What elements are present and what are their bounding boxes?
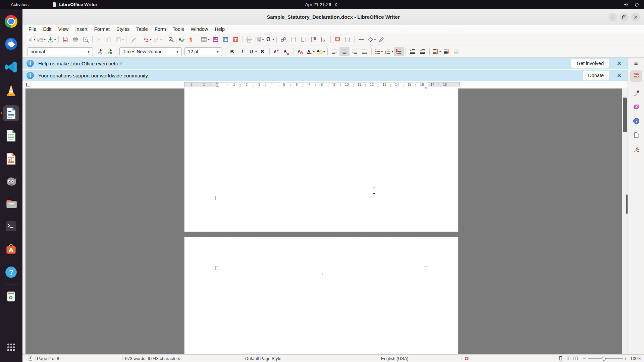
insert-comment-button[interactable] bbox=[332, 35, 342, 44]
underline-dropdown-arrow[interactable]: ▾ bbox=[255, 50, 257, 53]
dock-item-libreoffice-writer[interactable] bbox=[3, 105, 19, 121]
menu-file[interactable]: File bbox=[25, 26, 40, 33]
menu-styles[interactable]: Styles bbox=[113, 26, 133, 33]
insert-endnote-button[interactable]: i bbox=[299, 35, 309, 44]
menu-help[interactable]: Help bbox=[211, 26, 228, 33]
page-1[interactable] bbox=[184, 88, 459, 232]
subscript-button[interactable]: AB bbox=[281, 47, 291, 56]
sidebar-hide-handle[interactable] bbox=[626, 194, 628, 214]
bold-button[interactable]: B bbox=[227, 47, 237, 56]
italic-button[interactable]: I bbox=[237, 47, 247, 56]
menu-format[interactable]: Format bbox=[91, 26, 113, 33]
tab-stop-type-button[interactable] bbox=[26, 83, 30, 86]
dock-item-chrome[interactable] bbox=[3, 13, 19, 29]
insert-cross-reference-button[interactable] bbox=[319, 35, 329, 44]
save-status-icon[interactable] bbox=[28, 356, 33, 362]
paragraph-style-combo-dropdown-arrow[interactable]: ▾ bbox=[85, 50, 93, 54]
underline-button[interactable]: U▾ bbox=[247, 47, 258, 56]
decrease-indent-button[interactable] bbox=[418, 47, 428, 56]
indent-marker-left[interactable] bbox=[216, 82, 219, 88]
insert-special-character-button[interactable]: Ω▾ bbox=[264, 35, 275, 44]
new-document-dropdown-arrow[interactable]: ▾ bbox=[34, 38, 36, 41]
line-spacing-dropdown-arrow[interactable]: ▾ bbox=[439, 50, 441, 53]
zoom-slider-handle[interactable] bbox=[602, 357, 606, 361]
font-color-button[interactable]: A▾ bbox=[305, 47, 316, 56]
insert-page-break-button[interactable] bbox=[244, 35, 254, 44]
undo-dropdown-arrow[interactable]: ▾ bbox=[150, 38, 152, 41]
align-left-button[interactable] bbox=[329, 47, 339, 56]
status-language[interactable]: English (USA) bbox=[381, 355, 409, 362]
dock-item-vlc[interactable] bbox=[3, 82, 19, 98]
status-word-count[interactable]: 973 words, 6,048 characters bbox=[125, 355, 180, 362]
menu-view[interactable]: View bbox=[55, 26, 72, 33]
sidebar-tab-navigator[interactable] bbox=[630, 116, 642, 127]
document-canvas[interactable] bbox=[22, 88, 628, 354]
justify-button[interactable] bbox=[360, 47, 370, 56]
save-button[interactable]: ▾ bbox=[46, 35, 57, 44]
font-name-combo-dropdown-arrow[interactable]: ▾ bbox=[173, 50, 181, 54]
donate-button[interactable]: Donate bbox=[582, 71, 609, 80]
font-color-dropdown-arrow[interactable]: ▾ bbox=[313, 50, 315, 53]
dock-item-show-applications[interactable] bbox=[3, 339, 19, 355]
insert-bookmark-button[interactable] bbox=[309, 35, 319, 44]
dock-item-libreoffice-impress[interactable] bbox=[3, 151, 19, 167]
increase-paragraph-spacing-button[interactable] bbox=[441, 47, 451, 56]
sidebar-tab-properties[interactable] bbox=[630, 70, 642, 82]
align-center-button[interactable] bbox=[339, 47, 350, 56]
scrollbar-thumb[interactable] bbox=[623, 98, 627, 132]
sidebar-tab-page[interactable] bbox=[630, 130, 642, 141]
dock-item-libreoffice-calc[interactable] bbox=[3, 128, 19, 144]
view-book-icon[interactable] bbox=[573, 356, 578, 362]
zoom-level[interactable]: 100% bbox=[630, 355, 641, 362]
horizontal-ruler[interactable]: 21123456789101112131415161718⊥⊥⊥⊥⊥⊥⊥⊥⊥⊥⊥… bbox=[184, 82, 460, 87]
show-draw-functions-button[interactable] bbox=[376, 35, 386, 44]
insert-field-dropdown-arrow[interactable]: ▾ bbox=[262, 38, 264, 41]
horizontal-line-button[interactable] bbox=[356, 35, 366, 44]
clock-menu[interactable]: Apr 21 21:26 bbox=[305, 2, 339, 7]
dock-item-gimp[interactable] bbox=[3, 173, 19, 189]
spelling-button[interactable]: A bbox=[176, 35, 186, 44]
new-style-button[interactable]: A bbox=[104, 47, 114, 56]
strikethrough-button[interactable]: S bbox=[258, 47, 268, 56]
activities-button[interactable]: Activities bbox=[8, 1, 31, 8]
insert-special-character-dropdown-arrow[interactable]: ▾ bbox=[272, 38, 274, 41]
focused-app-menu[interactable]: LibreOffice Writer bbox=[52, 2, 97, 7]
insert-table-dropdown-arrow[interactable]: ▾ bbox=[208, 38, 210, 41]
menu-window[interactable]: Window bbox=[187, 26, 212, 33]
dock-item-help[interactable]: ? bbox=[3, 264, 19, 280]
highlight-color-dropdown-arrow[interactable]: ▾ bbox=[323, 50, 325, 53]
zoom-out-button[interactable]: − bbox=[583, 355, 586, 362]
dock-item-thunderbird[interactable] bbox=[3, 36, 19, 52]
menu-form[interactable]: Form bbox=[151, 26, 169, 33]
align-right-button[interactable] bbox=[350, 47, 360, 56]
print-preview-button[interactable] bbox=[80, 35, 91, 44]
status-page-number[interactable]: Page 2 of 8 bbox=[37, 355, 59, 362]
close-button[interactable] bbox=[631, 13, 640, 21]
restore-button[interactable] bbox=[620, 13, 629, 21]
title-bar[interactable]: Sample_Statutory_Declaration.docx - Libr… bbox=[22, 9, 644, 25]
update-style-button[interactable]: A bbox=[94, 47, 104, 56]
unordered-list-dropdown-arrow[interactable]: ▾ bbox=[381, 50, 383, 53]
font-size-combo-dropdown-arrow[interactable]: ▾ bbox=[214, 50, 222, 54]
basic-shapes-button[interactable]: ▾ bbox=[366, 35, 377, 44]
volume-icon[interactable] bbox=[624, 2, 629, 7]
dock-item-terminal[interactable] bbox=[3, 218, 19, 234]
dock-item-files[interactable] bbox=[3, 196, 19, 212]
page-2[interactable] bbox=[184, 237, 459, 354]
selection-mode-icon[interactable] bbox=[465, 356, 470, 362]
save-dropdown-arrow[interactable]: ▾ bbox=[54, 38, 56, 41]
sidebar-settings-menu[interactable]: ≡ bbox=[628, 60, 644, 67]
insert-hyperlink-button[interactable] bbox=[278, 35, 288, 44]
no-list-button[interactable] bbox=[394, 47, 404, 56]
clone-formatting-button[interactable] bbox=[128, 35, 138, 44]
minimize-button[interactable] bbox=[608, 13, 617, 21]
zoom-in-button[interactable]: + bbox=[624, 355, 627, 362]
superscript-button[interactable]: AB bbox=[271, 47, 281, 56]
dock-item-vscode[interactable] bbox=[3, 59, 19, 75]
dock-item-trash[interactable]: ♻ bbox=[3, 288, 19, 304]
get-involved-button[interactable]: Get involved bbox=[571, 59, 609, 68]
insert-field-button[interactable]: ▾ bbox=[254, 35, 265, 44]
ordered-list-button[interactable]: IIIIII▾ bbox=[383, 47, 394, 56]
insert-image-button[interactable] bbox=[210, 35, 220, 44]
ordered-list-dropdown-arrow[interactable]: ▾ bbox=[391, 50, 393, 53]
